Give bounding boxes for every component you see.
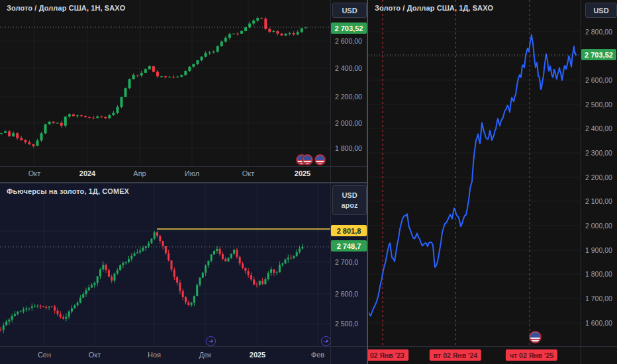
time-axis-border-top-left: [0, 166, 368, 167]
date-marker-badge: пн 02 Янв '23: [368, 349, 408, 361]
tradingview-multichart: Золото / Доллар США, 1Н, SAXO Фьючерсы н…: [0, 0, 617, 364]
contract-arrow-icon[interactable]: ➔: [206, 336, 216, 346]
price-axis-label: 2 000,00: [585, 222, 612, 230]
price-axis-label: 1 700,00: [585, 295, 612, 302]
price-axis-label: 2 800,00: [585, 28, 612, 36]
price-axis-label: 1 600,00: [585, 319, 612, 327]
instrument-logo-pair-icon: [296, 154, 316, 166]
price-axis-label: 2 700,0: [335, 258, 358, 266]
time-axis-label: Июл: [185, 169, 199, 177]
price-axis-label: 2 200,00: [335, 93, 362, 101]
price-axis-label: 2 500,0: [335, 320, 358, 328]
price-axis-label: 2 400,00: [585, 124, 612, 132]
time-axis-label: Ноя: [148, 351, 161, 359]
price-axis-label: 2 600,0: [335, 290, 358, 298]
price-axis-label: 2 000,00: [335, 119, 362, 127]
price-axis-label: 2 600,00: [585, 76, 612, 84]
date-marker-badge: вт 02 Янв '24: [430, 349, 481, 361]
price-axis-label: 2 100,00: [585, 197, 612, 205]
chart-pane-gold-usd-daily[interactable]: [368, 0, 617, 364]
chart-title-gold-usd-weekly: Золото / Доллар США, 1Н, SAXO: [7, 4, 125, 12]
time-axis-label: Окт: [242, 169, 255, 177]
date-marker-badge: чт 02 Янв '25: [506, 349, 557, 361]
time-axis-label: Дек: [199, 351, 211, 359]
time-axis-right[interactable]: пн 02 Янв '23вт 02 Янв '24чт 02 Янв '25: [368, 346, 581, 364]
usd-flag-icon: [302, 154, 313, 165]
currency-button-right[interactable]: USD: [585, 3, 617, 18]
time-axis-label: 2025: [250, 351, 265, 359]
last-price-badge-daily: 2 703,52: [581, 49, 616, 60]
pane-divider-vertical[interactable]: [367, 0, 368, 364]
time-axis-label: Сен: [38, 351, 51, 359]
currency-label: USD: [333, 7, 366, 15]
last-price-badge-weekly: 2 703,52: [331, 23, 367, 34]
last-price-badge-futures: 2 748,7: [331, 240, 367, 251]
time-axis-border-bottom: [0, 346, 617, 347]
chart-title-gold-futures: Фьючерсы на золото, 1Д, COMEX: [7, 187, 129, 195]
instrument-logo-icon: [314, 154, 326, 165]
price-axis-label: 2 200,00: [585, 173, 612, 181]
price-axis-label: 1 900,00: [585, 246, 612, 254]
time-axis-label: Апр: [133, 169, 146, 177]
unit-label: apoz: [333, 201, 366, 209]
price-axis-label: 2 600,00: [335, 37, 362, 45]
price-axis-label: 2 500,00: [585, 101, 612, 109]
price-axis-label: 2 400,00: [335, 64, 362, 72]
axis-border-right: [581, 0, 581, 364]
currency-label: USD: [333, 191, 366, 199]
currency-label: USD: [586, 7, 616, 15]
chart-title-gold-usd-daily: Золото / Доллар США, 1Д, SAXO: [375, 4, 493, 12]
time-axis-label: 2025: [295, 169, 310, 177]
price-axis-label: 1 800,00: [585, 270, 612, 278]
time-axis-label: 2024: [79, 169, 95, 177]
time-axis-label: Фев: [311, 351, 324, 359]
time-axis-label: Окт: [28, 169, 41, 177]
usd-flag-marker-icon: [529, 331, 542, 343]
pane-divider-horizontal[interactable]: [0, 182, 368, 183]
go-to-realtime-icon[interactable]: ➔: [321, 336, 331, 346]
chart-pane-gold-futures-daily[interactable]: [0, 183, 368, 364]
currency-button-bottom-left[interactable]: USD apoz: [332, 185, 367, 215]
currency-button-top-left[interactable]: USD: [332, 3, 367, 18]
time-axis-label: Окт: [89, 351, 101, 359]
price-axis-label: 2 300,00: [585, 149, 612, 157]
price-axis-label: 1 800,00: [335, 144, 362, 152]
level-price-badge-yellow: 2 801,8: [331, 225, 367, 236]
